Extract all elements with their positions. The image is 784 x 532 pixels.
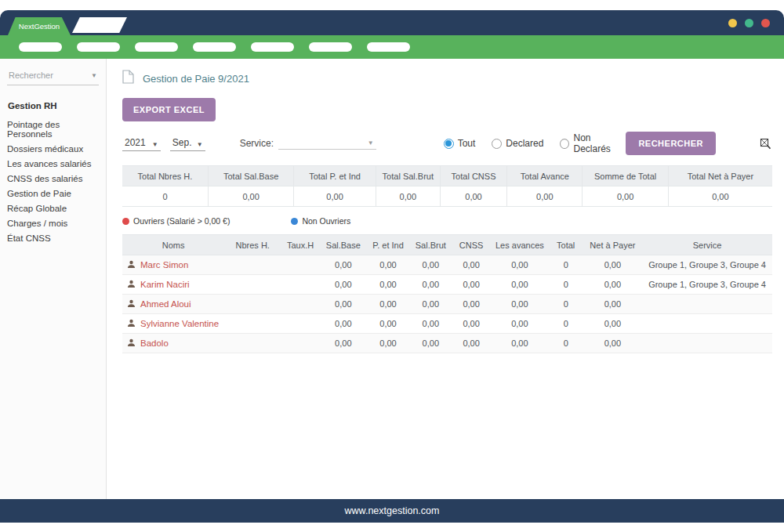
cell-taux-h (281, 295, 320, 314)
column-header: CNSS (452, 235, 491, 255)
cell-service (642, 314, 772, 334)
window-control-close[interactable] (761, 19, 770, 27)
cell-nbres-h (224, 314, 281, 334)
sidebar-item-avances-salaries[interactable]: Les avances salariés (7, 159, 99, 168)
radio-icon (560, 139, 569, 149)
cell-cnss: 0,00 (452, 275, 491, 295)
page-title: Gestion de Paie 9/2021 (143, 73, 249, 85)
sidebar-item-dossiers-medicaux[interactable]: Dossiers médicaux (7, 144, 99, 154)
nav-item-pill[interactable] (77, 42, 120, 52)
radio-tout[interactable]: Tout (444, 138, 476, 149)
cell-sal-brut: 0,00 (409, 275, 452, 295)
summary-value: 0,00 (440, 186, 506, 207)
chevron-down-icon: ▼ (91, 72, 97, 79)
sidebar-item-pointage-personnels[interactable]: Pointage des Personnels (7, 120, 99, 139)
window-control-minimize[interactable] (728, 19, 737, 27)
sidebar-search-placeholder: Rechercher (9, 71, 53, 80)
summary-header: Total CNSS (440, 166, 506, 186)
cell-total: 0 (549, 314, 583, 334)
sidebar-search-select[interactable]: Rechercher ▼ (7, 68, 99, 85)
summary-header: Total Net à Payer (668, 166, 772, 186)
blue-dot-icon (291, 218, 298, 225)
cell-nbres-h (224, 334, 281, 353)
radio-declared[interactable]: Declared (492, 138, 543, 149)
legend-label: Non Ouvriers (302, 216, 350, 226)
rechercher-button[interactable]: RECHERCHER (626, 132, 716, 155)
year-select-value: 2021 (125, 137, 146, 148)
window-titlebar: NextGestion (0, 10, 784, 35)
cell-p-et-ind: 0,00 (367, 275, 410, 295)
chevron-down-icon: ▼ (368, 139, 374, 147)
employee-name: Sylvianne Valentine (140, 319, 219, 328)
cell-p-et-ind: 0,00 (367, 314, 410, 334)
cell-service (642, 295, 772, 314)
summary-value: 0 (122, 186, 208, 207)
sidebar: Rechercher ▼ Gestion RH Pointage des Per… (0, 59, 107, 499)
legend-item-non-ouvriers: Non Ouvriers (291, 216, 350, 226)
cell-service: Groupe 1, Groupe 3, Groupe 4 (642, 255, 772, 275)
nav-item-pill[interactable] (193, 42, 236, 52)
cell-taux-h (281, 314, 320, 334)
cell-sal-brut: 0,00 (409, 314, 452, 334)
summary-value: 0,00 (507, 186, 583, 207)
employee-name-cell[interactable]: Sylvianne Valentine (122, 314, 224, 334)
employee-name: Karim Naciri (140, 280, 190, 289)
month-select[interactable]: Sep. ▼ (170, 136, 205, 151)
brand-tab[interactable]: NextGestion (8, 17, 71, 35)
employee-name-cell[interactable]: Badolo (122, 334, 224, 353)
cell-avances: 0,00 (491, 255, 549, 275)
person-icon (127, 299, 136, 309)
radio-icon-selected (444, 139, 454, 149)
cell-total: 0 (549, 334, 583, 353)
employee-name-cell[interactable]: Ahmed Aloui (122, 295, 224, 314)
summary-value: 0,00 (294, 186, 376, 207)
summary-value: 0,00 (376, 186, 440, 207)
summary-header: Total P. et Ind (294, 166, 376, 186)
cell-sal-base: 0,00 (320, 295, 367, 314)
cell-net: 0,00 (583, 255, 642, 275)
legend: Ouvriers (Salarié > 0,00 €) Non Ouvriers (122, 216, 772, 226)
radio-non-declares[interactable]: Non Declarés (560, 132, 626, 154)
chevron-down-icon: ▼ (197, 141, 203, 148)
summary-value: 0,00 (668, 186, 772, 207)
cell-cnss: 0,00 (452, 334, 491, 353)
cell-avances: 0,00 (491, 334, 549, 353)
broken-image-icon[interactable] (760, 138, 771, 150)
nav-item-pill[interactable] (19, 42, 62, 52)
sidebar-item-etat-cnss[interactable]: État CNSS (7, 233, 99, 243)
sidebar-item-charges-mois[interactable]: Charges / mois (7, 219, 99, 228)
cell-nbres-h (224, 295, 281, 314)
main-content: Gestion de Paie 9/2021 EXPORT EXCEL 2021… (107, 59, 784, 499)
summary-table: Total Nbres H. Total Sal.Base Total P. e… (122, 165, 772, 207)
window-control-maximize[interactable] (745, 19, 753, 27)
sidebar-item-gestion-paie[interactable]: Gestion de Paie (7, 189, 99, 198)
summary-header: Total Sal.Base (208, 166, 293, 186)
employee-name-cell[interactable]: Karim Naciri (122, 275, 224, 295)
export-excel-button[interactable]: EXPORT EXCEL (122, 98, 216, 121)
cell-taux-h (281, 334, 320, 353)
sidebar-item-cnss-salaries[interactable]: CNSS des salariés (7, 174, 99, 183)
nav-item-pill[interactable] (309, 42, 352, 52)
tab-highlight-shape (72, 17, 127, 33)
cell-total: 0 (549, 295, 583, 314)
employee-name-cell[interactable]: Marc Simon (122, 255, 224, 275)
cell-avances: 0,00 (491, 314, 549, 334)
service-select[interactable]: ▼ (278, 138, 376, 150)
employee-name: Marc Simon (140, 260, 188, 270)
summary-value: 0,00 (583, 186, 668, 207)
cell-avances: 0,00 (491, 295, 549, 314)
cell-sal-brut: 0,00 (409, 295, 452, 314)
summary-value: 0,00 (208, 186, 293, 207)
year-select[interactable]: 2021 ▼ (122, 136, 161, 151)
nav-item-pill[interactable] (251, 42, 294, 52)
sidebar-item-recap-globale[interactable]: Récap Globale (7, 204, 99, 213)
nav-item-pill[interactable] (135, 42, 178, 52)
cell-cnss: 0,00 (452, 255, 491, 275)
employee-row: Karim Naciri 0,00 0,00 0,00 0,00 0,00 0 … (122, 275, 772, 295)
column-header: P. et Ind (367, 235, 410, 255)
column-header: Service (642, 235, 772, 255)
cell-nbres-h (224, 275, 281, 295)
cell-p-et-ind: 0,00 (367, 295, 410, 314)
column-header: Total (549, 235, 583, 255)
nav-item-pill[interactable] (367, 42, 410, 52)
